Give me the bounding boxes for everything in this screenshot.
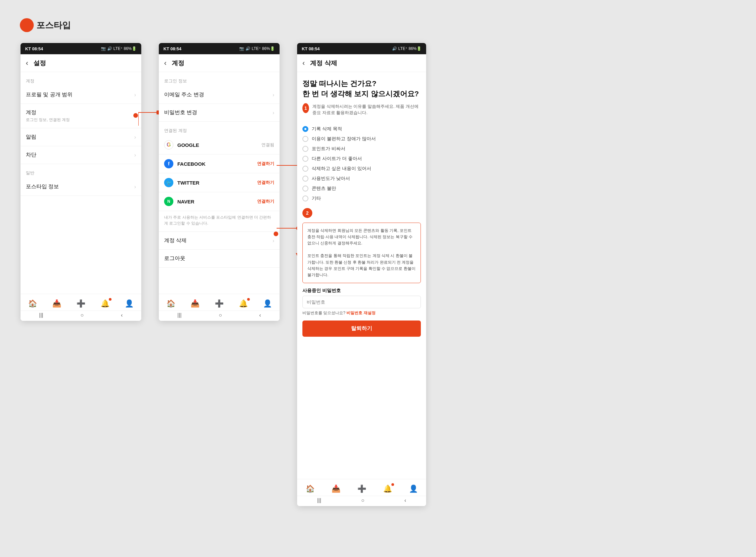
add-icon-3[interactable]: ➕ [357,485,366,493]
reset-password-link[interactable]: 비밀번호 재설정 [346,311,375,315]
step1-description: 계정을 삭제하시려는 이유를 말씀해주세요. 제품 개선에 중요 자료로 활용하… [312,103,421,116]
menu-item-profile[interactable]: 프로필 및 공개 범위 › [21,86,141,104]
gesture-lines-3: ||| [317,497,321,503]
chevron-icon-info: › [134,184,136,190]
menu-item-posttype-info[interactable]: 포스타입 정보 › [21,178,141,196]
connected-twitter[interactable]: 🐦 TWITTER 연결하기 [159,173,280,192]
notification-badge-2 [247,298,250,301]
google-logo: G [164,140,173,149]
phone3-frame: KT 08:54 🔊 LTE⁺ 86%🔋 ‹ 계정 삭제 정말 떠나시는 건가요… [297,43,426,506]
bell-icon-3[interactable]: 🔔 [383,485,392,493]
back-button-2[interactable]: ‹ [164,59,167,67]
back-button-3[interactable]: ‹ [302,59,305,67]
facebook-logo: f [164,159,173,168]
radio-checked [302,126,308,132]
inbox-icon-3[interactable]: 📥 [331,485,341,493]
radio-item-6[interactable]: 사용빈도가 낮아서 [302,174,421,183]
menu-item-notifications[interactable]: 알림 › [21,128,141,146]
section-label-general: 일반 [21,164,141,178]
add-icon-1[interactable]: ➕ [77,299,85,308]
status-bar-1: KT 08:54 📷 🔊 LTE⁺ 86%🔋 [21,43,141,54]
menu-item-block[interactable]: 차단 › [21,146,141,164]
delete-indicator-dot [273,232,278,236]
radio-item-2[interactable]: 이용이 불편하고 장애가 많아서 [302,134,421,144]
bell-icon-2[interactable]: 🔔 [239,299,248,308]
status-bar-3: KT 08:54 🔊 LTE⁺ 86%🔋 [297,43,426,54]
menu-item-delete[interactable]: 계정 삭제 › [159,232,280,250]
inbox-icon-1[interactable]: 📥 [52,299,61,308]
radio-unchecked-7 [302,185,308,192]
inbox-icon-2[interactable]: 📥 [191,299,200,308]
gesture-circle: ○ [80,312,84,318]
bottom-nav-2: 🏠 📥 ➕ 🔔 👤 ||| ○ ‹ [159,294,280,321]
home-icon-2[interactable]: 🏠 [167,299,175,308]
gesture-lines: ||| [39,312,43,318]
connected-description: 내가 주로 사용하는 서비스를 포스타입에 연결하면 더 간편하게 로그인할 수… [159,211,280,232]
radio-unchecked-8 [302,196,308,201]
menu-item-logout[interactable]: 로그아웃 [159,250,280,268]
step1-badge: 1 [302,103,309,113]
gesture-circle-2: ○ [219,312,222,318]
section-label-connected: 연결된 계정 [159,122,280,136]
status-left-1: KT 08:54 [25,46,43,51]
radio-item-5[interactable]: 삭제하고 싶은 내용이 있어서 [302,164,421,174]
back-button-1[interactable]: ‹ [26,59,28,67]
delete-account-button[interactable]: 탈퇴하기 [302,321,421,337]
step2-badge: 2 [302,208,312,218]
radio-unchecked-5 [302,166,308,172]
screen-content-2: 로그인 정보 이메일 주소 변경 › 비밀번호 변경 › 연결된 계정 G GO… [159,72,280,294]
notification-badge-3 [391,483,394,486]
radio-item-8[interactable]: 기타 [302,194,421,203]
radio-group: 기록 삭제 목적 이용이 불편하고 장애가 많아서 포인트가 비싸서 다른 사이… [302,124,421,203]
warning-box: 계정을 삭제하면 회원님의 모든 콘텐츠와 활동 기록, 포인트 충전·적립·사… [302,223,421,284]
profile-icon-2[interactable]: 👤 [263,299,272,308]
delete-main-title: 정말 떠나시는 건가요?한 번 더 생각해 보지 않으시겠어요? [302,72,421,103]
bottom-nav-3: 🏠 📥 ➕ 🔔 👤 ||| ○ ‹ [297,479,426,506]
section-label-login: 로그인 정보 [159,72,280,86]
home-icon-3[interactable]: 🏠 [306,485,315,493]
status-left-3: KT 08:54 [302,46,320,51]
chevron-icon-notif: › [134,134,136,140]
naver-connect-btn[interactable]: 연결하기 [257,199,274,204]
radio-unchecked-6 [302,176,308,182]
nav-title-3: 계정 삭제 [310,59,337,67]
profile-icon-3[interactable]: 👤 [409,485,418,493]
menu-item-account[interactable]: 계정 로그인 정보, 연결된 계정 › [21,104,141,128]
menu-item-email[interactable]: 이메일 주소 변경 › [159,86,280,104]
chevron-icon-block: › [134,152,136,158]
connected-facebook[interactable]: f FACEBOOK 연결하기 [159,154,280,173]
nav-title-2: 계정 [172,59,184,67]
facebook-connect-btn[interactable]: 연결하기 [257,161,274,167]
logo-icon [20,18,34,32]
phone2-frame: KT 08:54 📷 🔊 LTE⁺ 86%🔋 ‹ 계정 로그인 정보 이메일 주… [159,43,280,321]
screen-content-3: 정말 떠나시는 건가요?한 번 더 생각해 보지 않으시겠어요? 1 계정을 삭… [297,72,426,479]
add-icon-2[interactable]: ➕ [215,299,224,308]
radio-item-3[interactable]: 포인트가 비싸서 [302,144,421,154]
bottom-nav-1: 🏠 📥 ➕ 🔔 👤 ||| ○ ‹ [21,294,141,321]
home-icon-1[interactable]: 🏠 [28,299,37,308]
profile-icon-1[interactable]: 👤 [125,299,134,308]
status-right-3: 🔊 LTE⁺ 86%🔋 [392,46,421,51]
menu-item-password[interactable]: 비밀번호 변경 › [159,104,280,122]
nav-title-1: 설정 [33,59,46,67]
connected-google[interactable]: G GOOGLE 연결됨 [159,136,280,154]
password-input[interactable] [302,296,421,308]
twitter-logo: 🐦 [164,178,173,187]
radio-item-4[interactable]: 다른 사이트가 더 좋아서 [302,154,421,164]
bell-icon-1[interactable]: 🔔 [100,299,110,308]
twitter-connect-btn[interactable]: 연결하기 [257,180,274,185]
gesture-back-2: ‹ [259,312,261,318]
radio-item-1[interactable]: 기록 삭제 목적 [302,124,421,134]
connected-naver[interactable]: N NAVER 연결하기 [159,192,280,211]
status-bar-2: KT 08:54 📷 🔊 LTE⁺ 86%🔋 [159,43,280,54]
step2-header: 2 [302,208,421,218]
radio-unchecked-3 [302,146,308,152]
gesture-lines-2: ||| [177,312,181,318]
section-label-account: 계정 [21,72,141,86]
notification-badge-1 [109,298,112,301]
chevron-icon: › [134,92,136,98]
nav-bar-3: ‹ 계정 삭제 [297,54,426,72]
nav-bar-1: ‹ 설정 [21,54,141,72]
radio-item-7[interactable]: 콘텐츠 불만 [302,183,421,194]
gesture-back-3: ‹ [404,497,406,503]
